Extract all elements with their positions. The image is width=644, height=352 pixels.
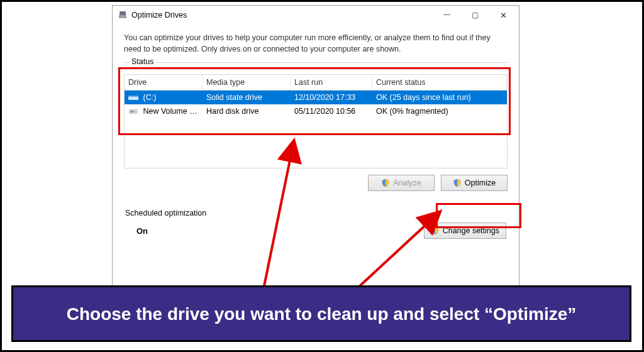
status-groupbox: Status [124,62,508,69]
col-last[interactable]: Last run [291,75,372,90]
change-settings-button[interactable]: Change settings [424,223,506,239]
col-drive[interactable]: Drive [125,75,203,90]
svg-rect-4 [128,96,138,97]
cell-drive: (C:) [143,93,156,102]
cell-media: Hard disk drive [203,104,291,118]
svg-rect-6 [130,111,134,113]
change-settings-label: Change settings [443,226,499,235]
scheduled-opt-label: Scheduled optimization [125,209,508,217]
analyze-label: Analyze [393,179,421,187]
description-text: You can optimize your drives to help you… [124,32,508,55]
titlebar: Optimize Drives [113,6,519,25]
window-title: Optimize Drives [131,11,187,19]
status-legend: Status [129,57,156,66]
table-header: Drive Media type Last run Current status [125,75,507,91]
shield-icon [431,226,440,235]
col-media[interactable]: Media type [203,75,291,90]
drive-icon [128,107,138,115]
cell-last: 12/10/2020 17:33 [291,91,372,104]
optimize-drives-window: Optimize Drives You can optimize your dr… [112,5,519,297]
drives-table: Drive Media type Last run Current status… [124,74,508,168]
svg-point-2 [125,16,126,18]
shield-icon [453,179,462,187]
analyze-button[interactable]: Analyze [368,175,435,191]
table-row[interactable]: (C:) Solid state drive 12/10/2020 17:33 … [125,91,507,104]
cell-drive: New Volume (D:) [143,107,202,116]
schedule-row: On Change settings [124,223,508,239]
window-body: You can optimize your drives to help you… [113,25,519,245]
schedule-state: On [136,226,148,236]
col-current[interactable]: Current status [372,75,507,90]
svg-rect-1 [119,11,126,15]
cell-current: OK (0% fragmented) [372,104,507,118]
cell-current: OK (25 days since last run) [372,91,507,104]
minimize-button[interactable] [433,6,461,24]
optimize-label: Optimize [465,179,496,187]
app-icon [118,10,128,20]
table-row[interactable]: New Volume (D:) Hard disk drive 05/11/20… [125,104,507,118]
cell-last: 05/11/2020 10:56 [291,104,372,118]
instruction-banner: Choose the drive you want to clean up an… [11,285,631,342]
shield-icon [381,179,390,187]
optimize-button[interactable]: Optimize [441,175,508,191]
maximize-button[interactable] [461,6,489,24]
cell-media: Solid state drive [203,91,291,104]
drive-icon [128,94,138,101]
close-button[interactable] [489,6,518,24]
action-buttons: Analyze Optimize [124,175,508,191]
